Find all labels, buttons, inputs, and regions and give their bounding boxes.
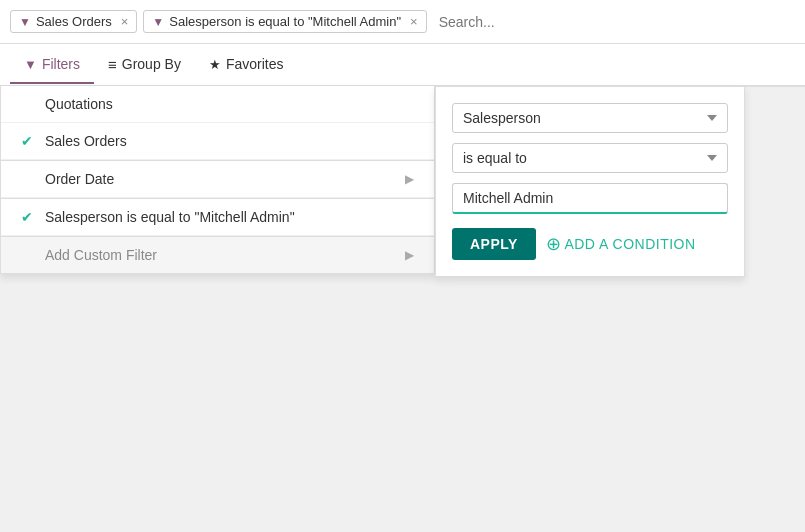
tag2-label: Salesperson is equal to "Mitchell Admin"	[169, 14, 401, 29]
filter-item-quotations[interactable]: Quotations	[1, 86, 434, 123]
field-selector[interactable]: Salesperson Order Date Customer Status	[452, 103, 728, 133]
operator-selector-container: is equal to is not equal to contains doe…	[452, 143, 728, 173]
tag1-label: Sales Orders	[36, 14, 112, 29]
order-date-check	[21, 171, 37, 187]
quotations-check	[21, 96, 37, 112]
filter-icon: ▼	[24, 57, 37, 72]
tabs-bar: ▼ Filters ≡ Group By ★ Favorites	[0, 44, 805, 86]
search-input[interactable]	[433, 11, 795, 33]
filter-item-order-date[interactable]: Order Date ▶	[1, 161, 434, 198]
group-by-icon: ≡	[108, 56, 117, 73]
tag2-close[interactable]: ×	[410, 14, 418, 29]
salesperson-check: ✔	[21, 209, 37, 225]
salesperson-tag[interactable]: ▼ Salesperson is equal to "Mitchell Admi…	[143, 10, 426, 33]
tab-filters[interactable]: ▼ Filters	[10, 46, 94, 84]
tabs-and-dropdown: ▼ Filters ≡ Group By ★ Favorites Quotati…	[0, 44, 805, 86]
salesperson-filter-label: Salesperson is equal to "Mitchell Admin"	[45, 209, 295, 225]
tag1-icon: ▼	[19, 15, 31, 29]
sales-orders-check: ✔	[21, 133, 37, 149]
sales-orders-filter-label: Sales Orders	[45, 133, 127, 149]
filter-item-custom[interactable]: Add Custom Filter ▶	[1, 237, 434, 273]
tab-group-by-label: Group By	[122, 56, 181, 72]
value-input[interactable]	[452, 183, 728, 214]
order-date-arrow: ▶	[405, 172, 414, 186]
field-selector-container: Salesperson Order Date Customer Status	[452, 103, 728, 133]
filter-item-sales-orders[interactable]: ✔ Sales Orders	[1, 123, 434, 160]
quotations-label: Quotations	[45, 96, 113, 112]
value-input-container	[452, 183, 728, 214]
operator-selector[interactable]: is equal to is not equal to contains doe…	[452, 143, 728, 173]
sales-orders-tag[interactable]: ▼ Sales Orders ×	[10, 10, 137, 33]
tab-favorites-label: Favorites	[226, 56, 284, 72]
plus-icon: ⊕	[546, 235, 562, 253]
page-wrapper: ▼ Sales Orders × ▼ Salesperson is equal …	[0, 0, 805, 532]
tab-filters-label: Filters	[42, 56, 80, 72]
filter-item-salesperson[interactable]: ✔ Salesperson is equal to "Mitchell Admi…	[1, 199, 434, 236]
custom-filter-check	[21, 247, 37, 263]
add-condition-label: ADD A CONDITION	[564, 236, 695, 252]
top-bar: ▼ Sales Orders × ▼ Salesperson is equal …	[0, 0, 805, 44]
tag1-close[interactable]: ×	[121, 14, 129, 29]
custom-filter-submenu: Salesperson Order Date Customer Status i…	[435, 86, 745, 277]
order-date-label: Order Date	[45, 171, 114, 187]
tab-group-by[interactable]: ≡ Group By	[94, 46, 195, 85]
custom-filter-label: Add Custom Filter	[45, 247, 157, 263]
tab-favorites[interactable]: ★ Favorites	[195, 46, 298, 84]
tag2-icon: ▼	[152, 15, 164, 29]
add-condition-button[interactable]: ⊕ ADD A CONDITION	[546, 235, 696, 253]
custom-filter-arrow: ▶	[405, 248, 414, 262]
filters-dropdown: Quotations ✔ Sales Orders Order Date ▶	[0, 86, 435, 274]
header-section: ▼ Filters ≡ Group By ★ Favorites Quotati…	[0, 44, 805, 87]
favorites-icon: ★	[209, 57, 221, 72]
submenu-actions: APPLY ⊕ ADD A CONDITION	[452, 228, 728, 260]
apply-button[interactable]: APPLY	[452, 228, 536, 260]
